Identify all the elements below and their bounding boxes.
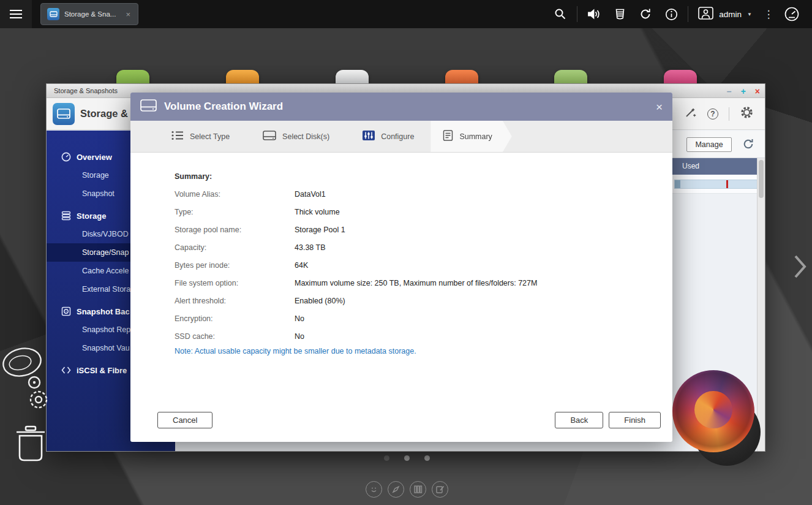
desktop-page-dots	[384, 455, 430, 461]
main-menu-button[interactable]	[0, 0, 32, 28]
tab-close-icon[interactable]: ×	[126, 10, 130, 19]
topbar-separator	[688, 6, 688, 22]
volume-drive-icon	[140, 99, 157, 114]
background-tasks-icon[interactable]	[607, 9, 633, 20]
page-dot-2[interactable]	[404, 455, 410, 461]
step-label: Summary	[459, 132, 492, 141]
volume-creation-wizard-dialog: Volume Creation Wizard × Select Type Sel…	[130, 93, 672, 442]
recycle-bin-icon[interactable]	[13, 425, 48, 466]
summary-row: Type:Thick volume	[175, 203, 672, 221]
sidebar-item-label: Storage	[77, 211, 106, 221]
step-select-type[interactable]: Select Type	[155, 121, 246, 152]
summary-row: Volume Alias:DataVol1	[175, 185, 672, 203]
summary-row: File system option:Maximum volume size: …	[175, 274, 672, 292]
storage-app-icon	[47, 8, 59, 20]
widget-board-icon[interactable]	[410, 481, 426, 498]
top-bar: Storage & Sna... × admin ▼ ⋮	[0, 0, 812, 28]
capacity-used-segment	[675, 180, 680, 188]
volume-icon[interactable]	[581, 9, 607, 20]
search-icon[interactable]	[547, 8, 573, 20]
feedback-smiley-icon[interactable]	[366, 481, 382, 498]
bottom-dock	[366, 481, 448, 498]
sliders-icon	[363, 131, 375, 142]
summary-row: Storage pool name:Storage Pool 1	[175, 221, 672, 238]
topbar-separator	[577, 6, 577, 22]
app-header-actions: ?	[684, 98, 754, 129]
step-select-disks[interactable]: Select Disk(s)	[246, 121, 346, 152]
more-menu-icon[interactable]: ⋮	[758, 8, 779, 21]
swirl-graphic	[672, 370, 754, 452]
maximize-icon[interactable]: +	[741, 86, 746, 96]
finish-button[interactable]: Finish	[609, 412, 661, 428]
dialog-footer-buttons: Back Finish	[555, 412, 661, 428]
sidebar-item-label: Overview	[77, 153, 112, 162]
app-title: Storage &	[80, 108, 128, 120]
back-button[interactable]: Back	[555, 412, 603, 428]
summary-row: Bytes per inode:64K	[175, 256, 672, 274]
capacity-threshold-marker	[726, 180, 728, 188]
snapshot-backup-icon	[61, 306, 71, 316]
minimize-icon[interactable]: –	[727, 86, 732, 96]
metadata-note: Note: Actual usable capacity might be sm…	[175, 347, 672, 355]
refresh-icon[interactable]	[742, 138, 754, 153]
cancel-button[interactable]: Cancel	[157, 412, 212, 428]
dashboard-gauge-icon[interactable]	[779, 6, 805, 22]
checklist-icon	[443, 130, 453, 143]
quick-access-icon[interactable]	[388, 481, 404, 498]
disk-icon	[263, 131, 276, 142]
list-icon	[171, 131, 184, 142]
sidebar-item-label: iSCSI & Fibre	[77, 366, 127, 375]
global-settings-tools-icon[interactable]	[684, 106, 697, 121]
step-summary[interactable]: Summary	[430, 121, 511, 152]
summary-row: SSD cache:No	[175, 327, 672, 345]
page-dot-1[interactable]	[384, 455, 389, 461]
qnap-swirl-logo[interactable]	[671, 370, 763, 467]
page-dot-3[interactable]	[424, 455, 430, 461]
step-label: Select Disk(s)	[282, 132, 329, 141]
summary-heading: Summary:	[175, 167, 672, 185]
window-controls: – + ×	[727, 84, 760, 98]
step-label: Select Type	[190, 132, 230, 141]
user-icon	[698, 7, 713, 22]
close-icon[interactable]: ×	[755, 86, 760, 96]
sidebar-item-label: Snapshot Bac	[77, 307, 130, 316]
used-column-header[interactable]: Used	[682, 158, 699, 175]
overview-icon	[61, 152, 71, 162]
iscsi-icon	[61, 366, 71, 374]
summary-row: Alert threshold:Enabled (80%)	[175, 292, 672, 309]
edit-notes-icon[interactable]	[432, 481, 448, 498]
step-configure[interactable]: Configure	[346, 121, 430, 152]
dialog-title: Volume Creation Wizard	[164, 101, 283, 113]
settings-gear-icon[interactable]	[740, 105, 754, 122]
username: admin	[719, 10, 742, 19]
info-icon[interactable]	[658, 8, 684, 21]
storage-stack-icon	[61, 211, 71, 221]
help-icon[interactable]: ?	[707, 108, 718, 120]
dialog-header[interactable]: Volume Creation Wizard ×	[130, 93, 672, 121]
capacity-usage-bar	[674, 180, 758, 189]
header-separator	[729, 107, 729, 121]
summary-row: Capacity:43.38 TB	[175, 238, 672, 256]
wizard-steps: Select Type Select Disk(s) Configure Sum…	[130, 121, 672, 153]
summary-content: Summary: Volume Alias:DataVol1 Type:Thic…	[130, 153, 672, 355]
next-desktop-page-chevron-icon[interactable]	[794, 254, 807, 281]
storage-snapshots-app-icon	[53, 103, 75, 125]
chevron-down-icon: ▼	[747, 12, 752, 17]
open-app-tab[interactable]: Storage & Sna... ×	[40, 3, 138, 25]
manage-button[interactable]: Manage	[686, 137, 732, 152]
sync-icon[interactable]	[633, 8, 658, 20]
robot-mascot[interactable]	[2, 346, 60, 423]
dialog-close-icon[interactable]: ×	[656, 101, 663, 113]
user-menu[interactable]: admin ▼	[698, 7, 752, 22]
tab-label: Storage & Sna...	[64, 10, 116, 18]
step-label: Configure	[381, 132, 414, 141]
topbar-right-cluster: admin ▼ ⋮	[547, 0, 812, 28]
hamburger-menu-icon	[10, 10, 22, 11]
scrollbar-thumb[interactable]	[759, 160, 764, 198]
summary-row: Encryption:No	[175, 309, 672, 327]
